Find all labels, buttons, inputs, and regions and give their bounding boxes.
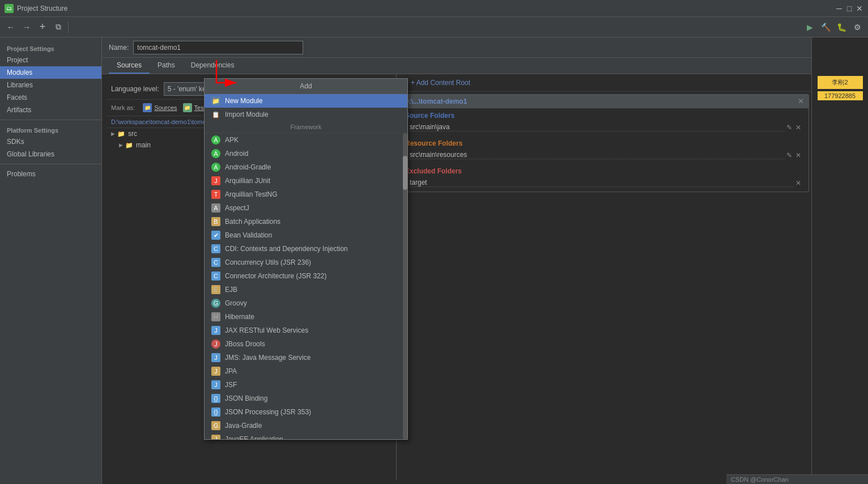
source-folder-remove-0[interactable]: ✕ bbox=[794, 124, 803, 131]
forward-button[interactable]: → bbox=[19, 20, 34, 35]
dropdown-item-apk[interactable]: A APK bbox=[205, 133, 407, 147]
close-button[interactable]: ✕ bbox=[856, 5, 863, 12]
new-module-label: New Module bbox=[225, 97, 263, 105]
status-text: CSDN @ConorChan bbox=[731, 476, 789, 483]
main-label: main bbox=[136, 141, 151, 149]
sidebar-item-global-libraries[interactable]: Global Libraries bbox=[0, 148, 101, 160]
excluded-folders-title: Excluded Folders bbox=[405, 167, 803, 175]
back-button[interactable]: ← bbox=[3, 20, 18, 35]
jpa-label: JPA bbox=[225, 367, 237, 375]
dropdown-item-hibernate[interactable]: H Hibernate bbox=[205, 310, 407, 324]
source-folder-edit-0[interactable]: ✎ bbox=[785, 124, 794, 131]
tree-arrow-main: ▶ bbox=[117, 141, 125, 149]
add-button[interactable]: + bbox=[35, 20, 50, 35]
dropdown-scrollbar[interactable] bbox=[403, 133, 407, 439]
dropdown-item-jms[interactable]: J JMS: Java Message Service bbox=[205, 351, 407, 364]
dropdown-item-bean-validation[interactable]: ✔ Bean Validation bbox=[205, 228, 407, 242]
dropdown-item-jpa[interactable]: J JPA bbox=[205, 364, 407, 378]
tab-sources[interactable]: Sources bbox=[109, 58, 150, 74]
dropdown-item-json-processing[interactable]: {} JSON Processing (JSR 353) bbox=[205, 405, 407, 419]
android-gradle-icon: A bbox=[211, 163, 220, 172]
dropdown-item-javaee-application[interactable]: J JavaEE Application bbox=[205, 432, 407, 439]
dropdown-item-android-gradle[interactable]: A Android-Gradle bbox=[205, 160, 407, 174]
cdi-icon: C bbox=[211, 244, 220, 253]
language-level-label: Language level: bbox=[111, 85, 159, 93]
resource-folder-edit-0[interactable]: ✎ bbox=[785, 151, 794, 159]
resource-folder-remove-0[interactable]: ✕ bbox=[794, 151, 803, 159]
dropdown-item-jsf[interactable]: J JSF bbox=[205, 378, 407, 392]
excluded-folder-path-0: target bbox=[410, 179, 794, 187]
sidebar-item-facets[interactable]: Facets bbox=[0, 91, 101, 104]
dropdown-item-arquillian-testng[interactable]: T Arquillian TestNG bbox=[205, 188, 407, 201]
batch-applications-label: Batch Applications bbox=[225, 218, 280, 226]
dropdown-item-android[interactable]: A Android bbox=[205, 147, 407, 160]
dropdown-item-aspectj[interactable]: A AspectJ bbox=[205, 201, 407, 215]
title-bar: 🗂 Project Structure ─ □ ✕ bbox=[0, 0, 868, 17]
batch-applications-icon: B bbox=[211, 217, 220, 226]
dropdown-item-groovy[interactable]: G Groovy bbox=[205, 296, 407, 310]
json-processing-icon: {} bbox=[211, 407, 220, 417]
sidebar-divider-2 bbox=[0, 164, 101, 164]
main-layout: Project Settings Project Modules Librari… bbox=[0, 37, 868, 484]
tab-dependencies[interactable]: Dependencies bbox=[183, 58, 242, 74]
marker-sources[interactable]: 📁 Sources bbox=[143, 103, 177, 112]
android-label: Android bbox=[225, 150, 248, 158]
content-root-close-button[interactable]: ✕ bbox=[798, 97, 804, 105]
module-header: Name: bbox=[102, 37, 811, 58]
settings-button[interactable]: ⚙ bbox=[850, 20, 865, 35]
sidebar-item-modules[interactable]: Modules bbox=[0, 66, 101, 79]
tab-paths[interactable]: Paths bbox=[150, 58, 183, 74]
dropdown-item-new-module[interactable]: 📁 New Module bbox=[205, 94, 407, 108]
minimize-button[interactable]: ─ bbox=[835, 5, 843, 12]
android-icon: A bbox=[211, 149, 220, 158]
concurrency-utils-icon: C bbox=[211, 258, 220, 267]
content-area: Name: Sources Paths Dependencies Languag… bbox=[102, 37, 811, 484]
dropdown-item-batch-applications[interactable]: B Batch Applications bbox=[205, 215, 407, 228]
maximize-button[interactable]: □ bbox=[845, 5, 853, 12]
dropdown-item-cdi[interactable]: C CDI: Contexts and Dependency Injection bbox=[205, 242, 407, 256]
jax-restful-icon: J bbox=[211, 326, 220, 335]
sidebar-item-artifacts[interactable]: Artifacts bbox=[0, 104, 101, 116]
connector-architecture-label: Connector Architecture (JSR 322) bbox=[225, 272, 326, 280]
dropdown-item-ejb[interactable]: E EJB bbox=[205, 283, 407, 296]
main-folder-icon: 📁 bbox=[125, 141, 134, 150]
sidebar-divider-1 bbox=[0, 120, 101, 120]
dropdown-item-connector-architecture[interactable]: C Connector Architecture (JSR 322) bbox=[205, 269, 407, 283]
new-module-icon: 📁 bbox=[211, 96, 220, 105]
dropdown-scrollbar-thumb[interactable] bbox=[403, 156, 407, 190]
status-bar: CSDN @ConorChan bbox=[726, 474, 868, 484]
app-icon: 🗂 bbox=[5, 4, 14, 13]
dropdown-item-java-gradle[interactable]: G Java-Gradle bbox=[205, 419, 407, 432]
sidebar-item-project[interactable]: Project bbox=[0, 54, 101, 66]
toolbar-right: ▶ 🔨 🐛 ⚙ bbox=[802, 20, 865, 35]
javaee-application-icon: J bbox=[211, 435, 220, 439]
dropdown-item-json-binding[interactable]: {} JSON Binding bbox=[205, 392, 407, 405]
dropdown-item-import-module[interactable]: 📋 Import Module bbox=[205, 108, 407, 121]
jms-label: JMS: Java Message Service bbox=[225, 354, 310, 362]
groovy-icon: G bbox=[211, 299, 220, 308]
debug-button[interactable]: 🐛 bbox=[834, 20, 849, 35]
build-button[interactable]: 🔨 bbox=[818, 20, 833, 35]
user-name: 李刚2 bbox=[818, 76, 863, 89]
connector-architecture-icon: C bbox=[211, 271, 220, 281]
dropdown-item-concurrency-utils[interactable]: C Concurrency Utils (JSR 236) bbox=[205, 256, 407, 269]
add-content-root-button[interactable]: + + Add Content Root bbox=[402, 78, 473, 88]
dropdown-item-jax-restful[interactable]: J JAX RESTful Web Services bbox=[205, 324, 407, 337]
sidebar-item-sdks[interactable]: SDKs bbox=[0, 135, 101, 148]
arquillian-testng-label: Arquillian TestNG bbox=[225, 190, 277, 198]
excluded-folder-remove-0[interactable]: ✕ bbox=[794, 179, 803, 187]
java-gradle-label: Java-Gradle bbox=[225, 422, 262, 430]
sources-marker-icon: 📁 bbox=[143, 103, 152, 112]
hibernate-icon: H bbox=[211, 312, 220, 321]
json-binding-icon: {} bbox=[211, 394, 220, 403]
javaee-application-label: JavaEE Application bbox=[225, 435, 283, 439]
run-button[interactable]: ▶ bbox=[802, 20, 817, 35]
sidebar-item-libraries[interactable]: Libraries bbox=[0, 79, 101, 91]
sidebar-item-problems[interactable]: Problems bbox=[0, 168, 101, 180]
content-root-section: D:\...\tomcat-demo1 ✕ Source Folders src… bbox=[399, 94, 809, 192]
roots-header: + + Add Content Root bbox=[397, 74, 811, 92]
dropdown-item-arquillian-junit[interactable]: J Arquillian JUnit bbox=[205, 174, 407, 188]
dropdown-item-jboss-drools[interactable]: J JBoss Drools bbox=[205, 337, 407, 351]
module-name-input[interactable] bbox=[133, 41, 303, 54]
copy-button[interactable]: ⧉ bbox=[51, 20, 66, 35]
